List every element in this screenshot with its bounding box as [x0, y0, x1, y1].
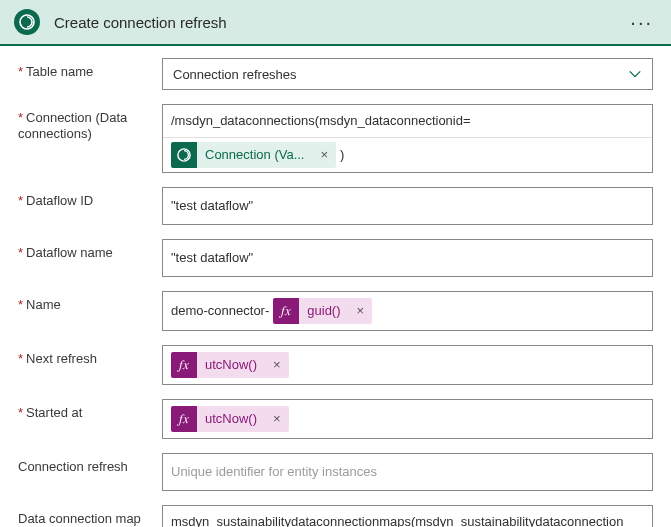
connection-refresh-placeholder: Unique identifier for entity instances: [171, 460, 377, 484]
utcnow-token-2[interactable]: 𝑓𝑥 utcNow() ×: [171, 406, 289, 432]
table-name-select[interactable]: Connection refreshes: [162, 58, 653, 90]
action-title: Create connection refresh: [54, 14, 626, 31]
row-connection: *Connection (Data connections) /msdyn_da…: [18, 104, 653, 173]
remove-utcnow-token-2[interactable]: ×: [265, 407, 289, 431]
row-next-refresh: *Next refresh 𝑓𝑥 utcNow() ×: [18, 345, 653, 385]
remove-guid-token[interactable]: ×: [349, 299, 373, 323]
row-name: *Name demo-connector- 𝑓𝑥 guid() ×: [18, 291, 653, 331]
label-data-connection-map: Data connection map (Sustainability data: [18, 511, 141, 527]
row-table-name: *Table name Connection refreshes: [18, 58, 653, 90]
chevron-down-icon: [628, 67, 642, 81]
label-dataflow-name: Dataflow name: [26, 245, 113, 260]
label-name: Name: [26, 297, 61, 312]
fx-icon: 𝑓𝑥: [273, 298, 299, 324]
data-connection-map-input[interactable]: msdyn_sustainabilitydataconnectionmaps(m…: [162, 505, 653, 527]
table-name-value: Connection refreshes: [173, 67, 297, 82]
name-input[interactable]: demo-connector- 𝑓𝑥 guid() ×: [162, 291, 653, 331]
connection-text-1: /msdyn_dataconnections(msdyn_dataconnect…: [171, 109, 471, 133]
row-dataflow-name: *Dataflow name "test dataflow": [18, 239, 653, 277]
form-body: *Table name Connection refreshes *Connec…: [0, 46, 671, 527]
fx-icon: 𝑓𝑥: [171, 406, 197, 432]
next-refresh-input[interactable]: 𝑓𝑥 utcNow() ×: [162, 345, 653, 385]
utcnow-token-1[interactable]: 𝑓𝑥 utcNow() ×: [171, 352, 289, 378]
row-connection-refresh: Connection refresh Unique identifier for…: [18, 453, 653, 491]
dataflow-id-input[interactable]: "test dataflow": [162, 187, 653, 225]
connection-refresh-input[interactable]: Unique identifier for entity instances: [162, 453, 653, 491]
label-next-refresh: Next refresh: [26, 351, 97, 366]
remove-connection-token[interactable]: ×: [312, 143, 336, 167]
more-menu[interactable]: ···: [626, 11, 657, 34]
label-table-name: Table name: [26, 64, 93, 79]
dataflow-name-input[interactable]: "test dataflow": [162, 239, 653, 277]
row-data-connection-map: Data connection map (Sustainability data…: [18, 505, 653, 527]
label-started-at: Started at: [26, 405, 82, 420]
label-dataflow-id: Dataflow ID: [26, 193, 93, 208]
fx-icon: 𝑓𝑥: [171, 352, 197, 378]
map-text-1: msdyn_sustainabilitydataconnectionmaps(m…: [171, 510, 623, 527]
connection-token[interactable]: Connection (Va... ×: [171, 142, 336, 168]
connection-token-icon: [171, 142, 197, 168]
app-icon: [14, 9, 40, 35]
connection-input[interactable]: /msdyn_dataconnections(msdyn_dataconnect…: [162, 104, 653, 173]
remove-utcnow-token-1[interactable]: ×: [265, 353, 289, 377]
started-at-input[interactable]: 𝑓𝑥 utcNow() ×: [162, 399, 653, 439]
label-connection-refresh: Connection refresh: [18, 459, 128, 474]
label-connection: Connection (Data connections): [18, 110, 127, 141]
row-started-at: *Started at 𝑓𝑥 utcNow() ×: [18, 399, 653, 439]
action-header: Create connection refresh ···: [0, 0, 671, 46]
row-dataflow-id: *Dataflow ID "test dataflow": [18, 187, 653, 225]
name-prefix: demo-connector-: [171, 299, 269, 323]
guid-token[interactable]: 𝑓𝑥 guid() ×: [273, 298, 372, 324]
connection-suffix: ): [340, 143, 344, 167]
